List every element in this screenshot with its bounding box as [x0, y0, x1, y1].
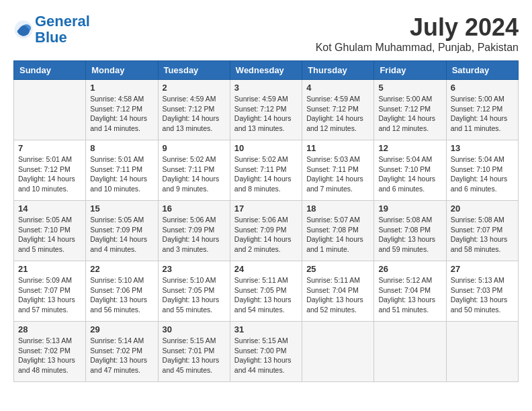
day-info: Sunrise: 5:02 AMSunset: 7:11 PMDaylight:…: [234, 154, 298, 194]
logo: GeneralBlue: [13, 13, 90, 46]
day-number: 21: [18, 264, 81, 274]
day-info: Sunrise: 5:12 AMSunset: 7:04 PMDaylight:…: [378, 275, 441, 315]
day-info: Sunrise: 5:05 AMSunset: 7:09 PMDaylight:…: [90, 215, 153, 255]
day-number: 16: [163, 203, 226, 214]
day-info: Sunrise: 5:15 AMSunset: 7:00 PMDaylight:…: [234, 336, 298, 375]
day-number: 9: [163, 143, 226, 153]
calendar-cell: 15Sunrise: 5:05 AMSunset: 7:09 PMDayligh…: [86, 201, 158, 261]
day-number: 14: [18, 203, 81, 214]
calendar-cell: 3Sunrise: 4:59 AMSunset: 7:12 PMDaylight…: [230, 80, 302, 140]
logo-icon: [13, 19, 34, 40]
day-info: Sunrise: 5:08 AMSunset: 7:08 PMDaylight:…: [378, 215, 441, 255]
day-info: Sunrise: 5:01 AMSunset: 7:12 PMDaylight:…: [18, 154, 81, 194]
day-info: Sunrise: 4:59 AMSunset: 7:12 PMDaylight:…: [163, 94, 226, 134]
day-number: 31: [234, 324, 298, 334]
day-info: Sunrise: 5:05 AMSunset: 7:10 PMDaylight:…: [18, 215, 81, 255]
day-header-tuesday: Tuesday: [158, 61, 230, 80]
calendar-cell: 31Sunrise: 5:15 AMSunset: 7:00 PMDayligh…: [230, 322, 302, 382]
day-number: 13: [451, 143, 514, 153]
calendar-cell: [302, 322, 374, 382]
day-header-monday: Monday: [86, 61, 158, 80]
calendar-cell: 1Sunrise: 4:58 AMSunset: 7:12 PMDaylight…: [86, 80, 158, 140]
day-header-friday: Friday: [374, 61, 446, 80]
calendar-cell: [374, 322, 446, 382]
day-info: Sunrise: 5:10 AMSunset: 7:05 PMDaylight:…: [163, 275, 226, 315]
calendar-cell: 26Sunrise: 5:12 AMSunset: 7:04 PMDayligh…: [374, 261, 446, 322]
day-info: Sunrise: 5:00 AMSunset: 7:12 PMDaylight:…: [378, 94, 441, 134]
day-number: 24: [234, 264, 298, 274]
day-info: Sunrise: 5:15 AMSunset: 7:01 PMDaylight:…: [163, 336, 226, 375]
day-info: Sunrise: 5:08 AMSunset: 7:07 PMDaylight:…: [451, 215, 514, 255]
day-header-saturday: Saturday: [446, 61, 518, 80]
day-number: 6: [451, 83, 514, 93]
day-info: Sunrise: 5:03 AMSunset: 7:11 PMDaylight:…: [306, 154, 369, 194]
calendar-cell: 5Sunrise: 5:00 AMSunset: 7:12 PMDaylight…: [374, 80, 446, 140]
day-number: 12: [378, 143, 441, 153]
calendar-cell: 9Sunrise: 5:02 AMSunset: 7:11 PMDaylight…: [158, 140, 230, 201]
calendar-cell: 18Sunrise: 5:07 AMSunset: 7:08 PMDayligh…: [302, 201, 374, 261]
calendar-cell: 25Sunrise: 5:11 AMSunset: 7:04 PMDayligh…: [302, 261, 374, 322]
calendar-cell: 22Sunrise: 5:10 AMSunset: 7:06 PMDayligh…: [86, 261, 158, 322]
week-row-1: 1Sunrise: 4:58 AMSunset: 7:12 PMDaylight…: [14, 80, 519, 140]
calendar-cell: 20Sunrise: 5:08 AMSunset: 7:07 PMDayligh…: [446, 201, 518, 261]
day-info: Sunrise: 5:06 AMSunset: 7:09 PMDaylight:…: [234, 215, 298, 255]
day-number: 2: [163, 83, 226, 93]
day-number: 28: [18, 324, 81, 334]
calendar-cell: 23Sunrise: 5:10 AMSunset: 7:05 PMDayligh…: [158, 261, 230, 322]
day-number: 26: [378, 264, 441, 274]
day-info: Sunrise: 5:07 AMSunset: 7:08 PMDaylight:…: [306, 215, 369, 255]
day-info: Sunrise: 5:13 AMSunset: 7:02 PMDaylight:…: [18, 336, 81, 375]
calendar-cell: 6Sunrise: 5:00 AMSunset: 7:12 PMDaylight…: [446, 80, 518, 140]
day-number: 20: [451, 203, 514, 214]
calendar-cell: 30Sunrise: 5:15 AMSunset: 7:01 PMDayligh…: [158, 322, 230, 382]
header-row: SundayMondayTuesdayWednesdayThursdayFrid…: [14, 61, 519, 80]
day-info: Sunrise: 5:06 AMSunset: 7:09 PMDaylight:…: [163, 215, 226, 255]
day-info: Sunrise: 5:02 AMSunset: 7:11 PMDaylight:…: [163, 154, 226, 194]
calendar-cell: 13Sunrise: 5:04 AMSunset: 7:10 PMDayligh…: [446, 140, 518, 201]
week-row-3: 14Sunrise: 5:05 AMSunset: 7:10 PMDayligh…: [14, 201, 519, 261]
day-number: 8: [90, 143, 153, 153]
day-number: 19: [378, 203, 441, 214]
day-number: 3: [234, 83, 298, 93]
day-number: 7: [18, 143, 81, 153]
day-number: 25: [306, 264, 369, 274]
day-info: Sunrise: 5:04 AMSunset: 7:10 PMDaylight:…: [451, 154, 514, 194]
day-number: 15: [90, 203, 153, 214]
day-number: 22: [90, 264, 153, 274]
calendar-cell: 4Sunrise: 4:59 AMSunset: 7:12 PMDaylight…: [302, 80, 374, 140]
calendar-cell: 17Sunrise: 5:06 AMSunset: 7:09 PMDayligh…: [230, 201, 302, 261]
day-info: Sunrise: 5:04 AMSunset: 7:10 PMDaylight:…: [378, 154, 441, 194]
calendar-cell: 19Sunrise: 5:08 AMSunset: 7:08 PMDayligh…: [374, 201, 446, 261]
calendar-cell: 14Sunrise: 5:05 AMSunset: 7:10 PMDayligh…: [14, 201, 86, 261]
day-number: 5: [378, 83, 441, 93]
calendar-cell: 11Sunrise: 5:03 AMSunset: 7:11 PMDayligh…: [302, 140, 374, 201]
day-info: Sunrise: 4:58 AMSunset: 7:12 PMDaylight:…: [90, 94, 153, 134]
day-number: 10: [234, 143, 298, 153]
day-info: Sunrise: 5:11 AMSunset: 7:05 PMDaylight:…: [234, 275, 298, 315]
day-info: Sunrise: 5:11 AMSunset: 7:04 PMDaylight:…: [306, 275, 369, 315]
calendar-cell: 21Sunrise: 5:09 AMSunset: 7:07 PMDayligh…: [14, 261, 86, 322]
calendar-cell: 12Sunrise: 5:04 AMSunset: 7:10 PMDayligh…: [374, 140, 446, 201]
page-header: GeneralBlue July 2024 Kot Ghulam Muhamma…: [13, 13, 519, 54]
day-info: Sunrise: 4:59 AMSunset: 7:12 PMDaylight:…: [306, 94, 369, 134]
day-header-sunday: Sunday: [14, 61, 86, 80]
calendar-cell: 29Sunrise: 5:14 AMSunset: 7:02 PMDayligh…: [86, 322, 158, 382]
calendar-cell: 28Sunrise: 5:13 AMSunset: 7:02 PMDayligh…: [14, 322, 86, 382]
calendar-cell: 2Sunrise: 4:59 AMSunset: 7:12 PMDaylight…: [158, 80, 230, 140]
day-header-wednesday: Wednesday: [230, 61, 302, 80]
title-block: July 2024 Kot Ghulam Muhammad, Punjab, P…: [316, 13, 519, 54]
month-title: July 2024: [316, 13, 519, 42]
day-number: 1: [90, 83, 153, 93]
logo-text: GeneralBlue: [35, 13, 90, 46]
day-info: Sunrise: 5:10 AMSunset: 7:06 PMDaylight:…: [90, 275, 153, 315]
day-number: 29: [90, 324, 153, 334]
day-number: 18: [306, 203, 369, 214]
day-info: Sunrise: 5:14 AMSunset: 7:02 PMDaylight:…: [90, 336, 153, 375]
day-info: Sunrise: 5:00 AMSunset: 7:12 PMDaylight:…: [451, 94, 514, 134]
day-number: 23: [163, 264, 226, 274]
location: Kot Ghulam Muhammad, Punjab, Pakistan: [316, 42, 519, 54]
day-info: Sunrise: 5:13 AMSunset: 7:03 PMDaylight:…: [451, 275, 514, 315]
calendar-cell: [446, 322, 518, 382]
day-number: 27: [451, 264, 514, 274]
day-number: 30: [163, 324, 226, 334]
